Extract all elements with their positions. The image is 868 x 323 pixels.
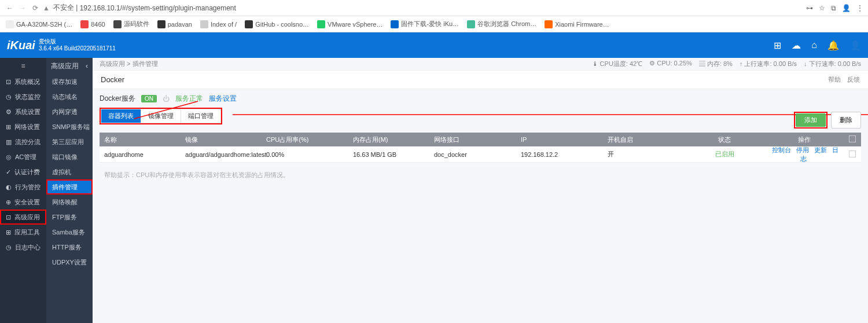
sidebar-item-monitor[interactable]: ◷ 状态监控 [0, 89, 46, 104]
sub-item-wol[interactable]: 网络唤醒 [46, 194, 93, 210]
sub-item-ddns[interactable]: 动态域名 [46, 89, 93, 104]
th-status: 状态 [684, 135, 765, 144]
th-boot: 开机自启 [603, 135, 684, 144]
sub-item-plugin[interactable]: 插件管理 [46, 179, 93, 194]
sub-item-http[interactable]: HTTP服务 [46, 240, 93, 255]
key-icon[interactable]: ⊶ [806, 4, 813, 12]
th-cpu: CPU占用率(%) [262, 135, 348, 144]
bookmark-item[interactable]: padavan [157, 20, 192, 28]
tab-container-list[interactable]: 容器列表 [101, 109, 141, 123]
table-row: adguardhome adguard/adguardhome:latest 0… [100, 146, 861, 163]
user-icon[interactable]: 👤 [849, 40, 861, 51]
download-rate: ↓ 下行速率: 0.00 B/s [804, 60, 861, 68]
cell-image: adguard/adguardhome:latest [181, 151, 262, 158]
hint-text: 帮助提示：CPU和内存使用率表示容器对宿主机资源的占用情况。 [100, 163, 861, 188]
app-header: iKuai 爱快版 3.6.4 x64 Build202205181711 ⊞ … [0, 32, 868, 58]
sidebar-item-system[interactable]: ⚙ 系统设置 [0, 104, 46, 119]
service-label: Docker服务 [100, 94, 135, 104]
sub-item-ftp[interactable]: FTP服务 [46, 210, 93, 225]
bookmark-item[interactable]: GA-A320M-S2H (… [6, 20, 72, 28]
page-title: Docker [101, 75, 124, 84]
sub-item-udpxy[interactable]: UDPXY设置 [46, 255, 93, 270]
profile-icon[interactable]: 👤 [842, 4, 851, 12]
th-name: 名称 [100, 135, 181, 144]
sub-item-snmp[interactable]: SNMP服务端 [46, 119, 93, 134]
service-switch[interactable]: ON [141, 95, 157, 102]
th-op: 操作 [765, 135, 844, 144]
add-button[interactable]: 添加 [796, 113, 826, 127]
th-mem: 内存占用(M) [348, 135, 429, 144]
sidebar2-title: 高级应用 [51, 61, 79, 71]
grid-icon[interactable]: ⊞ [774, 40, 781, 51]
sidebar-item-behavior[interactable]: ◐ 行为管控 [0, 179, 46, 194]
cpu-temp: 🌡 CPU温度: 42℃ [592, 60, 643, 68]
sidebar-item-tools[interactable]: ⊞ 应用工具 [0, 225, 46, 240]
cell-net: doc_docker [429, 151, 516, 158]
service-config-link[interactable]: 服务设置 [209, 94, 237, 104]
edition-label: 爱快版 [39, 38, 116, 45]
sidebar-item-auth[interactable]: ✓ 认证计费 [0, 164, 46, 179]
star-icon[interactable]: ☆ [819, 4, 825, 12]
row-checkbox[interactable] [849, 151, 856, 157]
sub-item-samba[interactable]: Samba服务 [46, 225, 93, 240]
upload-rate: ↑ 上行速率: 0.00 B/s [740, 60, 797, 68]
tab-image-mgmt[interactable]: 镜像管理 [141, 109, 181, 123]
bookmark-item[interactable]: VMware vSphere… [317, 20, 382, 28]
cloud-icon[interactable]: ☁ [792, 40, 801, 51]
home-icon[interactable]: ⌂ [811, 40, 817, 51]
th-net: 网络接口 [429, 135, 516, 144]
back-button[interactable]: ← [5, 3, 15, 13]
sidebar-item-advanced[interactable]: ⊡ 高级应用 [0, 210, 46, 225]
reload-button[interactable]: ⟳ [30, 3, 41, 13]
bookmark-item[interactable]: 源码软件 [113, 20, 149, 28]
sidebar-item-security[interactable]: ⊕ 安全设置 [0, 194, 46, 210]
power-icon[interactable]: ⏻ [163, 95, 170, 103]
sidebar-item-network[interactable]: ⊞ 网络设置 [0, 119, 46, 134]
menu-icon[interactable]: ⋮ [856, 4, 863, 12]
logo: iKuai [7, 39, 35, 52]
forward-button[interactable]: → [17, 3, 28, 13]
bookmark-item[interactable]: 固件下载-爱快 iKu… [391, 20, 459, 28]
service-status: 服务正常 [175, 94, 203, 104]
url-text: 192.168.10.1/#/system-setting/plugin-man… [80, 4, 236, 12]
sidebar-item-overview[interactable]: ⊡ 系统概况 [0, 74, 46, 89]
feedback-link[interactable]: 反馈 [847, 76, 860, 83]
breadcrumb: 高级应用 > 插件管理 [100, 60, 592, 68]
mem-usage: ▤ 内存: 8% [699, 60, 733, 68]
bookmark-item[interactable]: Xiaomi Firmware… [545, 20, 609, 28]
help-link[interactable]: 帮助 [828, 76, 841, 83]
delete-button[interactable]: 删除 [831, 112, 861, 129]
build-label: 3.6.4 x64 Build202205181711 [39, 45, 116, 52]
cell-ip: 192.168.12.2 [516, 151, 603, 158]
sub-item-mirror[interactable]: 端口镜像 [46, 149, 93, 164]
security-label: 不安全 | [53, 3, 78, 13]
cpu-usage: ⚙ CPU: 0.25% [649, 60, 692, 68]
bell-icon[interactable]: 🔔 [827, 40, 839, 51]
tab-port-mgmt[interactable]: 端口管理 [181, 109, 220, 123]
op-console[interactable]: 控制台 [772, 146, 791, 153]
address-bar[interactable]: ▲ 不安全 | 192.168.10.1/#/system-setting/pl… [43, 3, 806, 13]
bookmark-item[interactable]: 8460 [80, 20, 105, 28]
sidebar-primary: ≡ ⊡ 系统概况 ◷ 状态监控 ⚙ 系统设置 ⊞ 网络设置 ▥ 流控分流 ◎ A… [0, 58, 46, 323]
bookmark-bar: GA-A320M-S2H (… 8460 源码软件 padavan Index … [0, 16, 868, 32]
cell-mem: 16.63 MB/1 GB [348, 151, 429, 158]
th-image: 镜像 [181, 135, 262, 144]
extension-icon[interactable]: ⧉ [831, 4, 836, 12]
sidebar-toggle[interactable]: ≡ [0, 58, 46, 74]
op-stop[interactable]: 停用 [796, 146, 809, 153]
cell-boot: 开 [603, 150, 684, 159]
bookmark-item[interactable]: Index of / [200, 20, 237, 28]
bookmark-item[interactable]: 谷歌浏览器 Chrom… [467, 20, 536, 28]
select-all-checkbox[interactable] [849, 135, 856, 142]
sub-item-l3[interactable]: 第三层应用 [46, 134, 93, 149]
cell-status: 已启用 [684, 150, 765, 159]
sidebar-item-ac[interactable]: ◎ AC管理 [0, 149, 46, 164]
sub-item-vm[interactable]: 虚拟机 [46, 164, 93, 179]
sub-item-cache[interactable]: 缓存加速 [46, 74, 93, 89]
bookmark-item[interactable]: GitHub - coolsno… [245, 20, 309, 28]
op-update[interactable]: 更新 [814, 146, 827, 153]
sidebar-item-logs[interactable]: ◷ 日志中心 [0, 240, 46, 255]
sub-item-nat[interactable]: 内网穿透 [46, 104, 93, 119]
sidebar-item-traffic[interactable]: ▥ 流控分流 [0, 134, 46, 149]
collapse-icon[interactable]: ‹ [86, 62, 88, 70]
